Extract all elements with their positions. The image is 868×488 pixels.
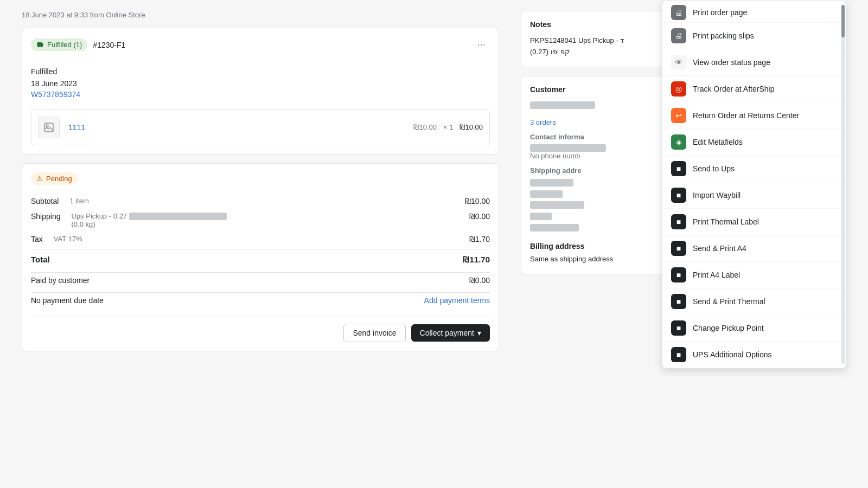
order-date: 18 June 2023 at 9:33 from Online Store xyxy=(22,11,499,19)
payment-date-row: No payment due date Add payment terms xyxy=(31,292,490,308)
view-order-status-label: View order status page xyxy=(693,58,770,67)
send-invoice-button[interactable]: Send invoice xyxy=(343,324,405,342)
total-row: Total ₪11.70 xyxy=(31,249,490,268)
send-to-ups-icon: ■ xyxy=(671,161,686,176)
collect-payment-button[interactable]: Collect payment ▾ xyxy=(411,324,490,342)
print-a4-label-icon: ■ xyxy=(671,267,686,282)
pending-card: ⚠ Pending Subtotal 1 item ₪10.00 Shippin… xyxy=(22,163,499,352)
fulfillment-date: 18 June 2023 xyxy=(31,78,490,89)
notes-title: Notes xyxy=(530,20,674,29)
svg-point-1 xyxy=(46,125,48,127)
action-bar: Send invoice Collect payment ▾ xyxy=(31,317,490,342)
import-waybill-label: Import Waybill xyxy=(693,191,741,200)
track-aftership-label: Track Order at AfterShip xyxy=(693,85,774,93)
dropdown-scroll-area[interactable]: 🖨 Print order page 🖨 Print packing slips… xyxy=(662,1,846,368)
addr-phone-blurred xyxy=(530,224,579,232)
change-pickup-point-icon: ■ xyxy=(671,320,686,336)
subtotal-row: Subtotal 1 item ₪10.00 xyxy=(31,194,490,209)
fulfillment-status: Fulfilled xyxy=(31,66,490,78)
menu-item-track-aftership[interactable]: ◎ Track Order at AfterShip xyxy=(662,76,846,102)
send-to-ups-label: Send to Ups xyxy=(693,164,735,173)
sidebar: Notes PKPS1248041 Ups Pickup - ד (0.27) … xyxy=(510,0,684,488)
pending-badge: ⚠ Pending xyxy=(31,172,78,185)
svg-rect-0 xyxy=(44,123,53,132)
billing-title: Billing address xyxy=(530,242,674,251)
more-options-button[interactable]: ··· xyxy=(473,37,490,53)
product-name[interactable]: 1111 xyxy=(68,123,413,132)
menu-item-change-pickup-point[interactable]: ■ Change Pickup Point xyxy=(662,315,846,342)
menu-item-edit-metafields[interactable]: ◈ Edit Metafields xyxy=(662,129,846,156)
send-print-thermal-icon: ■ xyxy=(671,294,686,309)
edit-metafields-label: Edit Metafields xyxy=(693,138,743,146)
menu-item-ups-additional-options[interactable]: ■ UPS Additional Options xyxy=(662,342,846,368)
no-phone-label: No phone numb xyxy=(530,152,674,160)
change-pickup-point-label: Change Pickup Point xyxy=(693,324,764,332)
print-packing-slips-icon: 🖨 xyxy=(671,28,686,43)
dropdown-menu: 🖨 Print order page 🖨 Print packing slips… xyxy=(662,0,846,369)
menu-item-print-packing-slips[interactable]: 🖨 Print packing slips xyxy=(662,23,846,49)
menu-item-return-order[interactable]: ↩ Return Order at Returns Center xyxy=(662,102,846,129)
customer-section: Customer 3 orders Contact informa No pho… xyxy=(521,76,684,274)
chevron-down-icon: ▾ xyxy=(477,329,481,337)
notes-content: PKPS1248041 Ups Pickup - ד (0.27) קפ יפו xyxy=(530,35,674,58)
fulfillment-info: Fulfilled 18 June 2023 W5737859374 xyxy=(31,61,490,103)
return-order-label: Return Order at Returns Center xyxy=(693,111,799,120)
fulfilled-card: Fulfilled (1) #1230-F1 ··· Fulfilled 18 … xyxy=(22,28,499,155)
product-line-total: ₪10.00 xyxy=(459,123,483,131)
order-id: #1230-F1 xyxy=(93,41,125,49)
shipping-address xyxy=(530,177,674,233)
product-row: 1111 ₪10.00 × 1 ₪10.00 xyxy=(31,110,490,145)
ups-additional-options-icon: ■ xyxy=(671,347,686,362)
billing-same-as-shipping: Same as shipping address xyxy=(530,254,674,265)
shipping-address-title: Shipping addre xyxy=(530,166,674,175)
send-print-a4-label: Send & Print A4 xyxy=(693,244,746,253)
addr-line3-blurred xyxy=(530,201,584,209)
pending-icon: ⚠ xyxy=(36,175,43,183)
return-order-icon: ↩ xyxy=(671,108,686,123)
menu-item-view-order-status[interactable]: 👁 View order status page xyxy=(662,49,846,76)
edit-metafields-icon: ◈ xyxy=(671,134,686,150)
menu-item-print-a4-label[interactable]: ■ Print A4 Label xyxy=(662,262,846,288)
print-order-page-label: Print order page xyxy=(693,8,747,17)
product-image-icon xyxy=(43,122,54,133)
menu-item-send-print-thermal[interactable]: ■ Send & Print Thermal xyxy=(662,288,846,315)
menu-item-import-waybill[interactable]: ■ Import Waybill xyxy=(662,182,846,209)
import-waybill-icon: ■ xyxy=(671,188,686,203)
product-price-info: ₪10.00 × 1 ₪10.00 xyxy=(413,123,483,131)
send-print-a4-icon: ■ xyxy=(671,241,686,256)
shipping-details-blurred xyxy=(129,213,227,220)
order-summary-table: Subtotal 1 item ₪10.00 Shipping Ups Pick… xyxy=(31,194,490,268)
ups-additional-options-label: UPS Additional Options xyxy=(693,350,772,359)
scrollbar-track[interactable] xyxy=(841,5,845,364)
send-print-thermal-label: Send & Print Thermal xyxy=(693,297,765,306)
addr-line1-blurred xyxy=(530,179,573,187)
product-quantity: × 1 xyxy=(443,123,453,131)
product-unit-price: ₪10.00 xyxy=(413,123,437,131)
fulfilled-badge: Fulfilled (1) xyxy=(31,38,87,51)
menu-item-print-order-page-partial[interactable]: 🖨 Print order page xyxy=(662,1,846,23)
print-thermal-label-text: Print Thermal Label xyxy=(693,217,759,226)
addr-line4-blurred xyxy=(530,213,552,220)
print-packing-slips-label: Print packing slips xyxy=(693,31,754,40)
product-image xyxy=(38,117,60,138)
menu-item-send-to-ups[interactable]: ■ Send to Ups xyxy=(662,156,846,182)
menu-item-send-print-a4[interactable]: ■ Send & Print A4 xyxy=(662,235,846,262)
add-payment-terms-link[interactable]: Add payment terms xyxy=(424,296,490,305)
menu-item-print-thermal-label[interactable]: ■ Print Thermal Label xyxy=(662,209,846,235)
print-thermal-label-icon: ■ xyxy=(671,214,686,229)
track-aftership-icon: ◎ xyxy=(671,81,686,97)
shipping-row: Shipping Ups Pickup - 0.27 (0.0 kg) ₪0.0… xyxy=(31,209,490,232)
paid-row: Paid by customer ₪0.00 xyxy=(31,272,490,288)
tax-row: Tax VAT 17% ₪1.70 xyxy=(31,232,490,247)
customer-name-blurred xyxy=(530,101,595,109)
orders-count-link[interactable]: 3 orders xyxy=(530,118,556,126)
print-order-page-icon: 🖨 xyxy=(671,5,686,20)
scrollbar-thumb[interactable] xyxy=(841,5,845,37)
addr-line2-blurred xyxy=(530,190,563,198)
customer-title: Customer xyxy=(530,85,674,94)
print-a4-label-text: Print A4 Label xyxy=(693,271,740,279)
tracking-link[interactable]: W5737859374 xyxy=(31,90,80,99)
view-order-status-icon: 👁 xyxy=(671,55,686,70)
contact-email-blurred xyxy=(530,144,606,152)
truck-icon xyxy=(36,41,44,49)
